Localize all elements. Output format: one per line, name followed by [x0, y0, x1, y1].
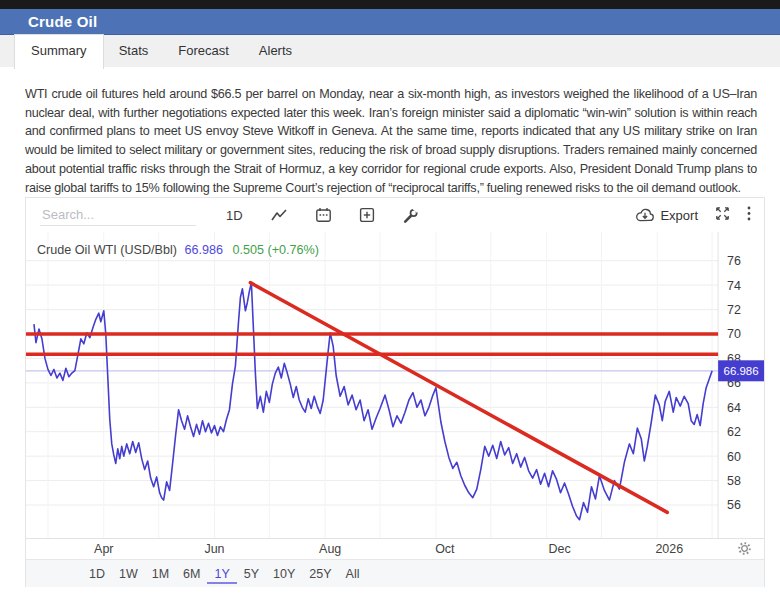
legend-change: 0.505 (+0.76%): [232, 243, 318, 257]
y-tick-label: 72: [727, 303, 741, 317]
range-all[interactable]: All: [339, 563, 367, 584]
export-label: Export: [660, 208, 698, 223]
range-5y[interactable]: 5Y: [237, 563, 266, 584]
y-tick-label: 56: [727, 498, 741, 512]
page-title: Crude Oil: [0, 9, 780, 34]
search-input[interactable]: [40, 204, 196, 226]
tab-forecast[interactable]: Forecast: [163, 35, 244, 67]
y-tick-label: 70: [727, 327, 741, 341]
news-summary-text: WTI crude oil futures held around $66.5 …: [25, 85, 757, 197]
x-tick-label: Aug: [319, 542, 341, 556]
range-10y[interactable]: 10Y: [266, 563, 302, 584]
page-header: Crude Oil: [0, 9, 780, 35]
chart-toolbar: 1D: [26, 198, 764, 232]
toolbar-right-group: Export: [635, 206, 764, 225]
legend-title: Crude Oil WTI (USD/Bbl): [37, 243, 177, 257]
add-indicator-icon[interactable]: [359, 207, 375, 223]
range-25y[interactable]: 25Y: [302, 563, 338, 584]
x-tick-label: Dec: [548, 542, 570, 556]
interval-selector[interactable]: 1D: [226, 208, 243, 223]
x-tick-label: Apr: [94, 542, 113, 556]
range-1d[interactable]: 1D: [82, 563, 112, 584]
y-tick-label: 76: [727, 254, 741, 268]
range-1y[interactable]: 1Y: [207, 563, 236, 584]
tools-wrench-icon[interactable]: [402, 207, 419, 224]
calendar-icon[interactable]: [315, 207, 332, 223]
chart-legend: Crude Oil WTI (USD/Bbl) 66.986 0.505 (+0…: [37, 243, 319, 257]
y-tick-label: 74: [727, 279, 741, 293]
tab-stats[interactable]: Stats: [104, 35, 164, 67]
range-1w[interactable]: 1W: [112, 563, 145, 584]
y-tick-label: 60: [727, 450, 741, 464]
fullscreen-icon[interactable]: [715, 206, 730, 225]
price-chart[interactable]: 5658606264666870727476AprJunAugOctDec202…: [26, 232, 764, 559]
tab-bar: Summary Stats Forecast Alerts: [0, 35, 780, 67]
legend-value: 66.986: [184, 243, 223, 257]
chart-area: 5658606264666870727476AprJunAugOctDec202…: [26, 232, 764, 559]
x-tick-label: 2026: [655, 542, 683, 556]
current-price-label: 66.986: [724, 365, 759, 377]
range-6m[interactable]: 6M: [176, 563, 207, 584]
y-tick-label: 58: [727, 474, 741, 488]
price-line: [34, 283, 712, 520]
chart-settings-gear-icon[interactable]: [737, 541, 752, 560]
browser-top-bar: [0, 0, 780, 9]
line-chart-icon[interactable]: [270, 208, 288, 223]
y-tick-label: 64: [727, 401, 741, 415]
trend-line: [250, 283, 667, 513]
range-1m[interactable]: 1M: [145, 563, 176, 584]
chart-widget: 1D: [25, 197, 765, 587]
export-cloud-icon: [635, 208, 655, 223]
x-tick-label: Jun: [204, 542, 224, 556]
tab-summary[interactable]: Summary: [14, 34, 104, 69]
kebab-menu-icon[interactable]: [747, 206, 751, 225]
x-tick-label: Oct: [435, 542, 455, 556]
y-tick-label: 62: [727, 425, 741, 439]
export-button[interactable]: Export: [635, 208, 698, 223]
tab-alerts[interactable]: Alerts: [244, 35, 307, 67]
range-selector: 1D 1W 1M 6M 1Y 5Y 10Y 25Y All: [26, 559, 764, 587]
